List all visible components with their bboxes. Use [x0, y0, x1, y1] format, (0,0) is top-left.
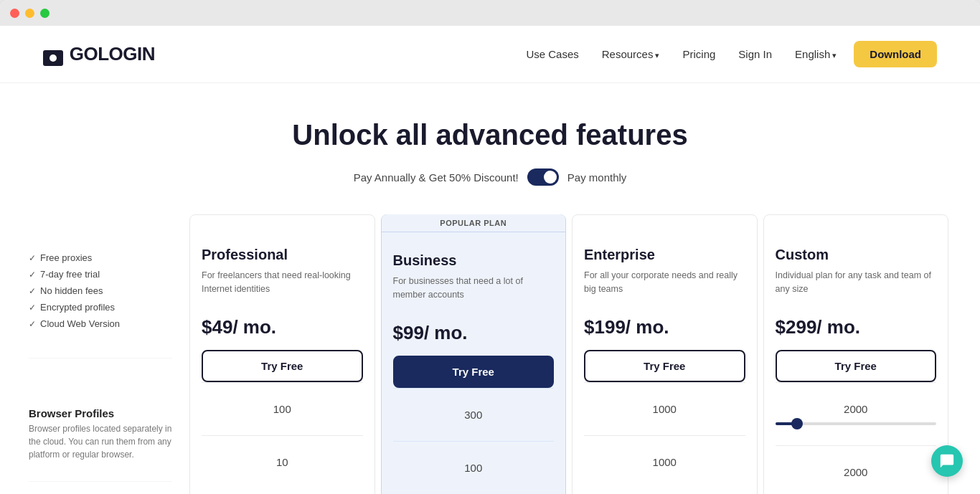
nav-resources[interactable]: Resources: [602, 48, 660, 61]
download-button[interactable]: Download: [854, 41, 937, 67]
navbar: GOLOGIN Use Cases Resources Pricing Sign…: [0, 26, 980, 83]
hero-title: Unlock all advanced features: [14, 119, 966, 151]
business-sharing-value: 100: [393, 441, 555, 494]
perk-no-hidden-fees: No hidden fees: [29, 282, 172, 299]
perk-free-trial: 7-day free trial: [29, 266, 172, 282]
professional-desc: For freelancers that need real-looking I…: [202, 269, 363, 306]
plan-business: POPULAR PLAN Business For businesses tha…: [381, 214, 567, 494]
maximize-dot[interactable]: [40, 9, 50, 18]
business-try-free-button[interactable]: Try Free: [393, 356, 555, 388]
perk-free-proxies: Free proxies: [29, 250, 172, 266]
profiles-slider[interactable]: [776, 422, 937, 425]
custom-try-free-button[interactable]: Try Free: [776, 350, 937, 382]
professional-name: Professional: [202, 247, 363, 263]
billing-monthly-label: Pay monthly: [567, 171, 627, 184]
nav-signin[interactable]: Sign In: [738, 48, 772, 61]
enterprise-desc: For all your corporate needs and really …: [584, 269, 745, 306]
minimize-dot[interactable]: [25, 9, 34, 18]
enterprise-sharing-value: 1000: [584, 435, 745, 488]
browser-profiles-label: Browser Profiles Browser profiles locate…: [29, 358, 172, 481]
nav-links: Use Cases Resources Pricing Sign In Engl…: [526, 48, 837, 61]
toggle-knob: [544, 171, 557, 184]
enterprise-try-free-button[interactable]: Try Free: [584, 350, 745, 382]
plan-custom: Custom Individual plan for any task and …: [763, 214, 949, 494]
enterprise-price: $199/ mo.: [584, 316, 745, 338]
pricing-grid: Free proxies 7-day free trial No hidden …: [29, 214, 951, 494]
perk-cloud-web: Cloud Web Version: [29, 315, 172, 332]
pricing-section: Free proxies 7-day free trial No hidden …: [0, 200, 980, 494]
plan-enterprise: Enterprise For all your corporate needs …: [572, 214, 758, 494]
custom-sharing-value: 2000: [776, 445, 937, 494]
billing-annual-label: Pay Annually & Get 50% Discount!: [354, 171, 519, 184]
titlebar: [0, 0, 980, 26]
billing-toggle-switch[interactable]: [527, 168, 559, 186]
feature-header: Free proxies 7-day free trial No hidden …: [29, 214, 172, 358]
popular-badge: POPULAR PLAN: [382, 214, 566, 232]
custom-desc: Individual plan for any task and team of…: [776, 269, 937, 306]
professional-try-free-button[interactable]: Try Free: [202, 350, 363, 382]
logo: GOLOGIN: [43, 43, 155, 65]
custom-profiles-value: 2000: [776, 382, 937, 445]
business-profiles-value: 300: [393, 388, 555, 441]
enterprise-profiles-value: 1000: [584, 382, 745, 435]
business-price: $99/ mo.: [393, 322, 555, 344]
profile-sharing-label: Profile Sharing The number of times, whe…: [29, 481, 172, 494]
professional-sharing-value: 10: [202, 435, 363, 488]
business-desc: For businesses that need a lot of member…: [393, 275, 555, 312]
professional-profiles-value: 100: [202, 382, 363, 435]
custom-name: Custom: [776, 247, 937, 263]
nav-language[interactable]: English: [795, 48, 837, 61]
custom-price: $299/ mo.: [776, 316, 937, 338]
perk-encrypted-profiles: Encrypted profiles: [29, 299, 172, 315]
logo-text: GOLOGIN: [70, 43, 155, 65]
enterprise-name: Enterprise: [584, 247, 745, 263]
plan-professional: Professional For freelancers that need r…: [189, 214, 375, 494]
feature-perks-list: Free proxies 7-day free trial No hidden …: [29, 250, 172, 332]
billing-toggle: Pay Annually & Get 50% Discount! Pay mon…: [14, 168, 966, 186]
hero-section: Unlock all advanced features Pay Annuall…: [0, 83, 980, 200]
close-dot[interactable]: [10, 9, 19, 18]
chat-support-button[interactable]: [931, 445, 963, 477]
business-name: Business: [393, 252, 555, 269]
nav-use-cases[interactable]: Use Cases: [526, 48, 578, 61]
feature-column: Free proxies 7-day free trial No hidden …: [29, 214, 187, 494]
nav-pricing[interactable]: Pricing: [683, 48, 716, 61]
professional-price: $49/ mo.: [202, 316, 363, 338]
